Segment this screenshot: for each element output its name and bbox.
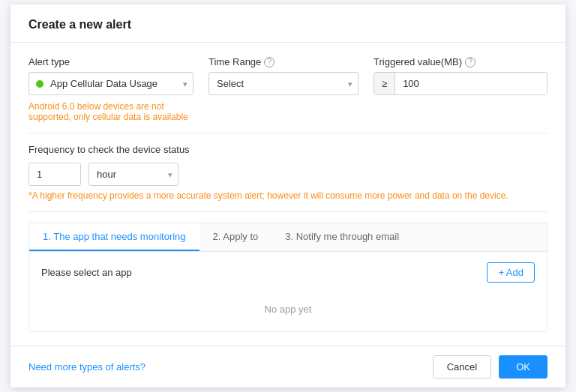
divider-1 [28, 133, 548, 133]
more-alerts-link[interactable]: Need more types of alerts? [28, 361, 146, 373]
time-range-select[interactable]: Select 1 hour 6 hours 12 hours 24 hours [208, 72, 358, 95]
modal-title: Create a new alert [28, 18, 548, 31]
ok-button[interactable]: OK [499, 355, 548, 379]
frequency-unit-wrapper: minute hour day ▾ [88, 163, 178, 186]
alert-type-group: Alert type App Cellular Data Usage Batte… [28, 56, 194, 122]
frequency-inputs: minute hour day ▾ [28, 163, 548, 186]
no-app-message: No app yet [41, 290, 535, 321]
divider-2 [28, 211, 548, 212]
tabs-top-bar: Please select an app + Add [41, 262, 535, 283]
tabs-header: 1. The app that needs monitoring 2. Appl… [29, 223, 547, 252]
triggered-value-label: Triggered value(MB) ? [374, 56, 548, 67]
modal-header: Create a new alert [10, 4, 566, 43]
frequency-label: Frequency to check the device status [28, 144, 548, 155]
tab-notify-email[interactable]: 3. Notify me through email [272, 223, 412, 251]
alert-type-green-dot [36, 80, 44, 88]
frequency-section: Frequency to check the device status min… [28, 144, 548, 201]
time-range-group: Time Range ? Select 1 hour 6 hours 12 ho… [208, 56, 358, 95]
alert-type-label: Alert type [28, 56, 194, 67]
triggered-value-group: Triggered value(MB) ? ≥ [374, 56, 548, 95]
time-range-select-wrapper: Select 1 hour 6 hours 12 hours 24 hours … [208, 72, 358, 95]
alert-type-select[interactable]: App Cellular Data Usage Battery Level St… [28, 72, 194, 95]
tabs-body: Please select an app + Add No app yet [29, 252, 547, 331]
frequency-unit-select[interactable]: minute hour day [88, 163, 178, 186]
frequency-info-text: *A higher frequency provides a more accu… [28, 190, 548, 201]
modal-body: Alert type App Cellular Data Usage Batte… [10, 43, 566, 346]
tabs-select-app-label: Please select an app [41, 267, 132, 278]
tabs-section: 1. The app that needs monitoring 2. Appl… [28, 223, 548, 332]
alert-type-select-wrapper: App Cellular Data Usage Battery Level St… [28, 72, 194, 95]
tab-app-monitoring[interactable]: 1. The app that needs monitoring [29, 223, 200, 251]
triggered-value-wrapper: ≥ [374, 72, 548, 95]
time-range-help-icon[interactable]: ? [264, 57, 274, 67]
time-range-label: Time Range ? [208, 56, 358, 67]
form-row-top: Alert type App Cellular Data Usage Batte… [28, 56, 548, 122]
modal-footer: Need more types of alerts? Cancel OK [10, 346, 566, 388]
frequency-value-input[interactable] [28, 163, 81, 186]
alert-type-warning: Android 6.0 below devices are not suppor… [28, 101, 194, 122]
tab-apply-to[interactable]: 2. Apply to [200, 223, 272, 251]
add-app-button[interactable]: + Add [487, 262, 535, 283]
triggered-value-help-icon[interactable]: ? [465, 57, 476, 67]
footer-buttons: Cancel OK [433, 355, 548, 379]
cancel-button[interactable]: Cancel [433, 355, 491, 379]
triggered-value-input[interactable] [395, 73, 547, 94]
create-alert-modal: Create a new alert Alert type App Cellul… [10, 4, 566, 388]
triggered-operator: ≥ [374, 73, 395, 94]
